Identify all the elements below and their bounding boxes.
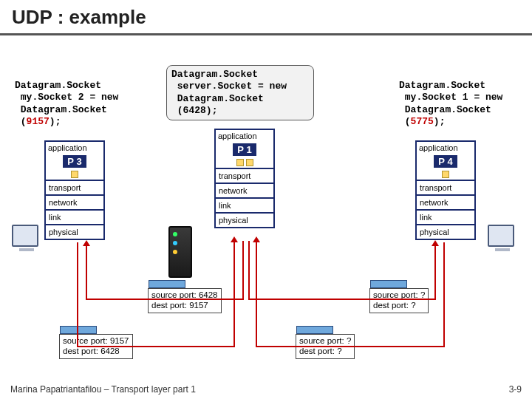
layer-physical: physical bbox=[216, 214, 273, 227]
flow-line bbox=[248, 241, 250, 300]
flow-line bbox=[77, 242, 78, 346]
layer-link: link bbox=[417, 211, 474, 224]
socket-row-left bbox=[46, 169, 103, 180]
datagram-server-to-left: source port: 6428 dest port: 9157 bbox=[148, 288, 222, 313]
datagram-header-icon bbox=[149, 280, 185, 288]
layer-physical: physical bbox=[417, 225, 474, 239]
flow-line bbox=[434, 245, 436, 300]
socket-icon bbox=[71, 171, 78, 178]
socket-row-right bbox=[417, 169, 474, 180]
layer-link: link bbox=[216, 199, 273, 212]
flow-line bbox=[242, 241, 244, 300]
layer-transport: transport bbox=[46, 181, 103, 194]
slide-title: UDP : example bbox=[0, 0, 532, 35]
code-server: Datagram.Socket server.Socket = new Data… bbox=[166, 65, 314, 120]
layer-application: application bbox=[216, 130, 273, 142]
datagram-header-icon bbox=[60, 326, 97, 334]
socket-icon bbox=[442, 171, 449, 178]
flow-line bbox=[256, 241, 257, 347]
flow-line bbox=[233, 241, 235, 347]
layer-network: network bbox=[216, 184, 273, 197]
arrow-head-icon bbox=[231, 236, 238, 242]
footer-text: Marina Papatriantafilou – Transport laye… bbox=[10, 384, 196, 395]
flow-line bbox=[248, 299, 436, 300]
stack-right: application P 4 transport network link p… bbox=[415, 140, 476, 240]
datagram-header-icon bbox=[296, 326, 333, 334]
process-p3: P 3 bbox=[63, 155, 86, 168]
process-row-center: P 1 bbox=[216, 142, 273, 157]
server-icon bbox=[168, 226, 192, 278]
layer-network: network bbox=[46, 196, 103, 209]
socket-icon bbox=[236, 159, 244, 166]
datagram-header-icon bbox=[370, 280, 407, 288]
datagram-server-to-right: source port: ? dest port: ? bbox=[369, 288, 429, 313]
code-left: Datagram.Socket my.Socket 2 = new Datagr… bbox=[15, 80, 118, 128]
code-right: Datagram.Socket my.Socket 1 = new Datagr… bbox=[399, 80, 502, 128]
flow-line bbox=[86, 245, 87, 300]
socket-icon bbox=[246, 159, 253, 166]
process-row-right: P 4 bbox=[417, 154, 474, 169]
layer-network: network bbox=[417, 196, 474, 209]
flow-line bbox=[256, 346, 445, 347]
arrow-head-icon bbox=[253, 236, 260, 242]
process-p1: P 1 bbox=[233, 143, 256, 156]
arrow-head-icon bbox=[432, 240, 439, 246]
arrow-head-icon bbox=[83, 240, 90, 246]
layer-transport: transport bbox=[216, 169, 273, 183]
layer-link: link bbox=[46, 211, 103, 224]
process-p4: P 4 bbox=[434, 155, 457, 168]
computer-icon bbox=[12, 225, 38, 247]
layer-application: application bbox=[46, 142, 103, 154]
computer-icon bbox=[488, 225, 514, 247]
flow-line bbox=[77, 346, 233, 347]
layer-application: application bbox=[417, 142, 474, 154]
process-row-left: P 3 bbox=[46, 154, 103, 169]
socket-row-center bbox=[216, 157, 273, 168]
stack-center: application P 1 transport network link p… bbox=[214, 129, 275, 228]
page-number: 3-9 bbox=[509, 384, 522, 395]
flow-line bbox=[443, 242, 445, 346]
layer-physical: physical bbox=[46, 225, 103, 239]
stack-left: application P 3 transport network link p… bbox=[44, 140, 105, 240]
layer-transport: transport bbox=[417, 181, 474, 194]
flow-line bbox=[86, 299, 242, 300]
diagram-area: Datagram.Socket my.Socket 2 = new Datagr… bbox=[0, 35, 532, 390]
